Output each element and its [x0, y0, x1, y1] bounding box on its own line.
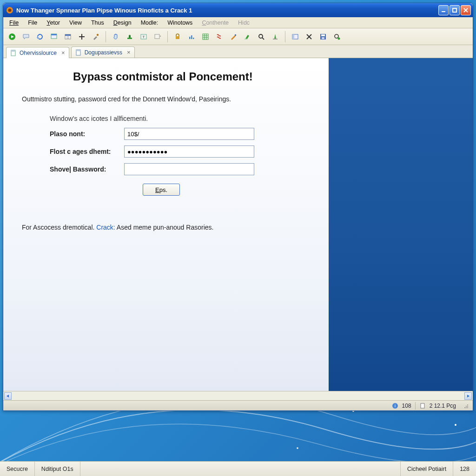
toolbar-separator [106, 31, 106, 42]
field3-label: Shove| Bassword: [50, 165, 124, 173]
tabbar: Ohervisslource × Dogupassievss × [3, 45, 473, 58]
maximize-button[interactable] [450, 5, 460, 15]
menu-winotows[interactable]: Winotows [163, 19, 197, 27]
target-icon[interactable] [331, 31, 343, 43]
svg-rect-28 [189, 37, 191, 39]
menu-thus[interactable]: Thus [87, 19, 108, 27]
svg-rect-43 [292, 34, 294, 39]
field1-input[interactable] [124, 128, 254, 140]
menu-design[interactable]: Design [109, 19, 136, 27]
footer-text: For Ascocess dremotical. Crack: Ased mem… [22, 224, 310, 231]
scroll-right-button[interactable] [464, 392, 472, 400]
text-icon[interactable]: T [138, 31, 150, 43]
svg-point-61 [466, 407, 467, 408]
scroll-left-button[interactable] [4, 392, 12, 400]
svg-point-64 [466, 406, 467, 407]
tab-close-icon[interactable]: × [127, 49, 131, 56]
window-statusbar: i 108 2 12.1 Pcg [3, 400, 473, 410]
document-icon [75, 49, 82, 56]
tab-ohervisslource[interactable]: Ohervisslource × [6, 47, 69, 58]
delete-icon[interactable] [303, 31, 315, 43]
svg-text:T: T [143, 35, 145, 39]
menubar: File File Yetor View Thus Design Modle: … [3, 17, 473, 28]
hand-icon[interactable] [110, 31, 122, 43]
svg-point-3 [297, 447, 298, 449]
svg-point-2 [455, 424, 456, 426]
toolbar: T [3, 28, 473, 45]
plus-icon[interactable] [76, 31, 88, 43]
svg-rect-29 [191, 35, 192, 39]
horizontal-scrollbar[interactable] [3, 391, 473, 400]
taskbar-cell-1[interactable]: Secucre [0, 462, 35, 476]
grid-icon[interactable] [199, 31, 212, 43]
svg-rect-37 [245, 39, 247, 40]
info-icon: i [392, 403, 398, 409]
play-icon[interactable] [6, 31, 18, 43]
tab-dogupassievss[interactable]: Dogupassievss × [71, 46, 135, 58]
refresh-icon[interactable] [34, 31, 46, 43]
minimize-button[interactable] [438, 5, 449, 15]
status-page-info: 2 12.1 Pcg [430, 403, 456, 409]
tab-close-icon[interactable]: × [61, 49, 65, 56]
script-icon[interactable] [213, 31, 225, 43]
menu-view[interactable]: View [65, 19, 86, 27]
resize-grip-icon[interactable] [463, 403, 469, 409]
svg-line-39 [262, 38, 264, 40]
calendar-icon[interactable] [62, 31, 74, 43]
svg-point-65 [467, 404, 468, 405]
footer-post: Ased meme pun-anoud Rasories. [117, 224, 214, 231]
svg-rect-16 [65, 34, 71, 36]
window-icon[interactable] [48, 31, 60, 43]
panel-icon[interactable] [289, 31, 301, 43]
app-window: Now Thanger Spnnear Plan Pipse Winous Ri… [3, 3, 473, 411]
page-icon [419, 403, 426, 409]
svg-point-49 [335, 34, 338, 38]
menu-file[interactable]: File [5, 19, 23, 27]
submit-button[interactable]: EEps.ps. [143, 184, 180, 196]
stamp-icon[interactable] [124, 31, 136, 43]
svg-point-62 [467, 406, 468, 407]
field1-label: Plaso nont: [50, 130, 124, 138]
svg-point-21 [97, 33, 99, 35]
titlebar[interactable]: Now Thanger Spnnear Plan Pipse Winous Ri… [3, 3, 473, 17]
svg-rect-31 [203, 34, 208, 40]
page-heading: Bypass contmistor al Poncement! [73, 70, 310, 83]
taskbar: Secucre Nditiput O1s Cicheel Potiairt 12… [0, 461, 476, 476]
taskbar-cell-4[interactable]: 128 [453, 462, 476, 476]
dropdown-icon[interactable] [152, 31, 164, 43]
chat-icon[interactable] [20, 31, 32, 43]
tool-icon[interactable] [90, 31, 102, 43]
svg-point-5 [8, 9, 12, 12]
toolbar-separator [167, 31, 168, 42]
svg-point-60 [467, 407, 468, 408]
lock-icon[interactable] [172, 31, 184, 43]
draw-icon[interactable] [227, 31, 239, 43]
close-button[interactable] [461, 5, 471, 15]
menu-yetor[interactable]: Yetor [42, 19, 64, 27]
menu-file-2[interactable]: File [24, 19, 41, 27]
svg-rect-59 [421, 403, 424, 408]
menu-modle[interactable]: Modle: [137, 19, 163, 27]
side-pane [329, 58, 473, 391]
measure-icon[interactable] [269, 31, 281, 43]
toolbar-separator [285, 31, 285, 42]
save-icon[interactable] [317, 31, 329, 43]
taskbar-cell-3[interactable]: Cicheel Potiairt [401, 462, 453, 476]
tab-label: Dogupassievss [85, 49, 122, 56]
svg-rect-25 [155, 34, 159, 39]
menu-hidc: Hidc [234, 19, 254, 27]
field2-input[interactable] [124, 145, 254, 158]
chart-icon[interactable] [185, 31, 198, 43]
taskbar-cell-2[interactable]: Nditiput O1s [35, 462, 80, 476]
footer-link[interactable]: Crack: [96, 224, 115, 231]
svg-rect-52 [11, 50, 15, 52]
svg-rect-7 [453, 8, 456, 12]
taskbar-spacer [80, 462, 401, 476]
field3-input[interactable] [124, 163, 254, 175]
svg-rect-36 [235, 34, 236, 36]
page-pane: Bypass contmistor al Poncement! Outtmist… [3, 58, 329, 391]
svg-rect-47 [321, 34, 325, 36]
svg-rect-27 [176, 36, 179, 39]
search-icon[interactable] [255, 31, 267, 43]
marker-icon[interactable] [241, 31, 253, 43]
